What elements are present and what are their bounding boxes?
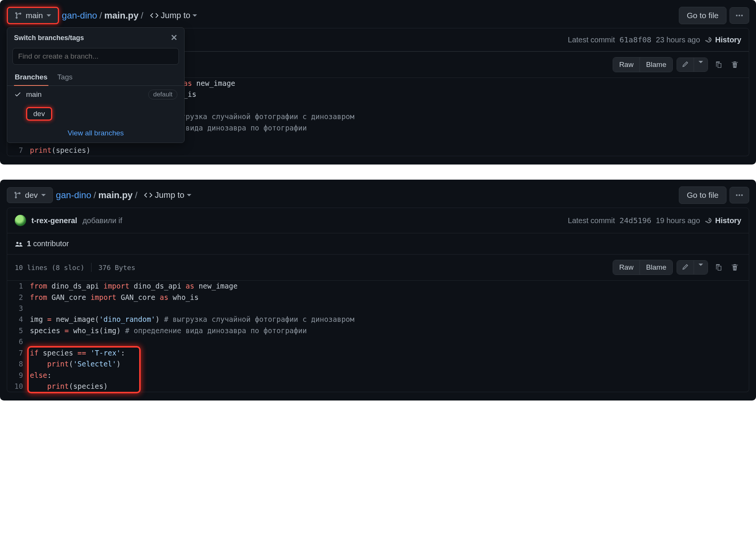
raw-button[interactable]: Raw bbox=[613, 57, 640, 72]
go-to-file-button[interactable]: Go to file bbox=[679, 186, 727, 204]
edit-group bbox=[677, 57, 708, 72]
caret-down-icon bbox=[47, 14, 51, 17]
trash-icon bbox=[731, 61, 739, 69]
raw-button[interactable]: Raw bbox=[613, 260, 640, 275]
breadcrumb-repo-link[interactable]: gan-dino bbox=[62, 10, 97, 21]
line-source: from dino_ds_api import dino_ds_api as n… bbox=[30, 281, 238, 292]
tab-tags[interactable]: Tags bbox=[57, 69, 73, 85]
svg-point-1 bbox=[739, 15, 740, 16]
pencil-icon bbox=[681, 264, 689, 271]
copy-button[interactable] bbox=[712, 58, 725, 71]
blame-button[interactable]: Blame bbox=[640, 260, 672, 275]
caret-down-icon bbox=[41, 194, 46, 196]
history-link[interactable]: History bbox=[705, 36, 741, 44]
svg-point-0 bbox=[736, 15, 737, 16]
contributor-label: contributor bbox=[33, 239, 69, 248]
line-number: 5 bbox=[7, 325, 30, 336]
go-to-file-button[interactable]: Go to file bbox=[679, 7, 727, 24]
branch-name: dev bbox=[25, 191, 38, 200]
line-source: print(species) bbox=[30, 145, 90, 156]
branch-item-main[interactable]: main default bbox=[7, 86, 184, 103]
breadcrumb-repo-link[interactable]: gan-dino bbox=[56, 190, 91, 200]
contributor-count: 1 bbox=[27, 239, 31, 248]
check-icon bbox=[14, 91, 22, 98]
branch-search-input[interactable] bbox=[12, 48, 179, 65]
commit-bar: t-rex-general добавили if Latest commit … bbox=[7, 208, 749, 233]
contributors-bar[interactable]: 1 contributor bbox=[7, 233, 749, 255]
edit-button[interactable] bbox=[677, 261, 694, 274]
branch-selector-button[interactable]: dev bbox=[7, 187, 53, 203]
breadcrumb-file: main.py bbox=[98, 190, 133, 200]
kebab-icon bbox=[735, 191, 744, 199]
branch-name: main bbox=[26, 11, 43, 20]
line-number: 10 bbox=[7, 381, 30, 392]
view-all-branches-link[interactable]: View all branches bbox=[68, 129, 124, 137]
kebab-icon bbox=[735, 11, 744, 20]
branch-item-dev[interactable]: dev bbox=[7, 103, 184, 124]
branch-switcher-popover: Switch branches/tags ✕ Branches Tags mai… bbox=[7, 27, 185, 143]
git-branch-icon bbox=[15, 12, 22, 19]
edit-button[interactable] bbox=[677, 58, 694, 71]
file-lines: 10 lines (8 sloc) bbox=[15, 264, 84, 272]
blame-button[interactable]: Blame bbox=[640, 57, 672, 72]
commit-message[interactable]: добавили if bbox=[82, 216, 122, 225]
file-bytes: 376 Bytes bbox=[98, 264, 135, 272]
raw-blame-group: Raw Blame bbox=[613, 57, 673, 72]
code-line: 10 print(species) bbox=[7, 381, 749, 392]
commit-sha[interactable]: 61a8f08 bbox=[619, 35, 651, 44]
caret-down-icon bbox=[699, 264, 703, 266]
code-icon bbox=[150, 11, 158, 20]
commit-age: 23 hours ago bbox=[656, 36, 700, 44]
branch-selector-button[interactable]: main bbox=[7, 7, 59, 24]
breadcrumb: gan-dino / main.py / bbox=[56, 190, 137, 200]
avatar[interactable] bbox=[15, 215, 26, 226]
code-line: 4img = new_image('dino_random') # выгруз… bbox=[7, 314, 749, 325]
more-actions-button[interactable] bbox=[730, 7, 749, 24]
code-line: 2from GAN_core import GAN_core as who_is bbox=[7, 292, 749, 303]
svg-point-4 bbox=[739, 194, 740, 196]
switcher-title: Switch branches/tags bbox=[14, 34, 84, 42]
breadcrumb: gan-dino / main.py / bbox=[62, 10, 143, 21]
code-line: 3 bbox=[7, 303, 749, 314]
history-icon bbox=[705, 216, 713, 225]
jump-to-dropdown[interactable]: Jump to bbox=[144, 190, 191, 200]
history-icon bbox=[705, 36, 713, 44]
line-number: 6 bbox=[7, 336, 30, 347]
commit-author[interactable]: t-rex-general bbox=[31, 216, 77, 225]
code-line: 1from dino_ds_api import dino_ds_api as … bbox=[7, 281, 749, 292]
line-source: print('Selectel') bbox=[30, 359, 121, 369]
line-source: print(species) bbox=[30, 381, 108, 392]
copy-icon bbox=[714, 263, 722, 272]
svg-point-2 bbox=[741, 15, 743, 16]
line-source: species = who_is(img) # определение вида… bbox=[30, 325, 307, 336]
line-number: 3 bbox=[7, 303, 30, 314]
default-badge: default bbox=[148, 90, 177, 99]
close-icon[interactable]: ✕ bbox=[171, 33, 177, 43]
delete-button[interactable] bbox=[728, 261, 741, 274]
caret-down-icon bbox=[192, 14, 197, 17]
pencil-icon bbox=[681, 61, 689, 68]
copy-button[interactable] bbox=[712, 261, 725, 274]
line-number: 8 bbox=[7, 359, 30, 369]
line-number: 7 bbox=[7, 348, 30, 359]
branch-item-label: dev bbox=[33, 110, 45, 118]
code-line: 7if species == 'T-rex': bbox=[7, 348, 749, 359]
history-link[interactable]: History bbox=[705, 216, 741, 225]
jump-to-dropdown[interactable]: Jump to bbox=[150, 11, 197, 20]
commit-sha[interactable]: 24d5196 bbox=[619, 216, 651, 225]
breadcrumb-file: main.py bbox=[104, 10, 139, 21]
edit-dropdown-button[interactable] bbox=[694, 58, 708, 71]
git-branch-icon bbox=[14, 191, 22, 199]
branch-item-label: main bbox=[26, 90, 42, 99]
line-source: img = new_image('dino_random') # выгрузк… bbox=[30, 314, 354, 325]
line-number: 4 bbox=[7, 314, 30, 325]
tab-branches[interactable]: Branches bbox=[14, 69, 48, 86]
caret-down-icon bbox=[187, 194, 191, 196]
edit-dropdown-button[interactable] bbox=[694, 261, 708, 274]
more-actions-button[interactable] bbox=[730, 187, 749, 203]
line-source: if species == 'T-rex': bbox=[30, 348, 125, 359]
line-number: 1 bbox=[7, 281, 30, 292]
latest-commit-label: Latest commit bbox=[568, 36, 615, 44]
copy-icon bbox=[714, 61, 722, 69]
delete-button[interactable] bbox=[728, 58, 741, 71]
